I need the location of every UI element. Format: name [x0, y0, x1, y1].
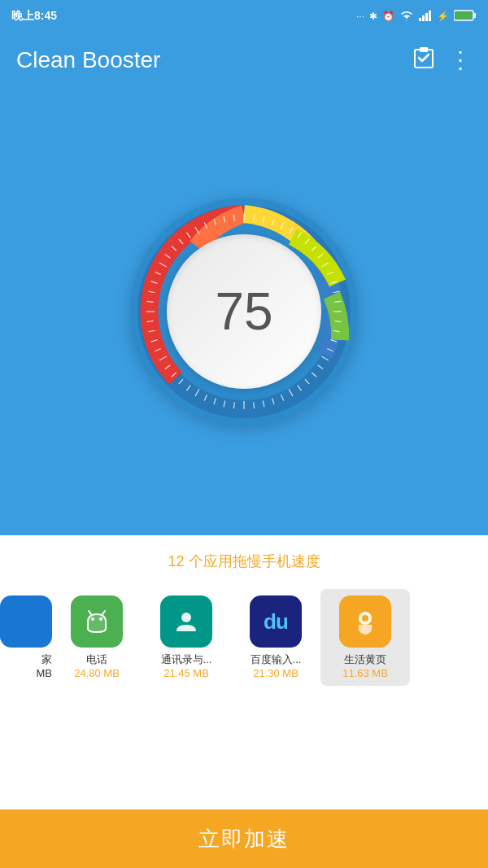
app-size: 24.80 MB: [74, 667, 120, 679]
svg-rect-3: [429, 11, 431, 21]
battery-icon: [454, 10, 477, 24]
svg-point-74: [181, 613, 191, 622]
svg-point-76: [362, 615, 368, 622]
battery-charging-icon: ⚡: [437, 11, 449, 22]
more-menu-icon[interactable]: ⋮: [449, 49, 472, 72]
app-name: 生活黄页: [344, 652, 386, 667]
svg-line-72: [89, 611, 91, 614]
app-header: Clean Booster ⋮: [0, 33, 488, 88]
svg-line-56: [147, 301, 154, 302]
status-time: 晚上8:45: [11, 9, 57, 24]
list-item[interactable]: 电话 24.80 MB: [52, 589, 142, 686]
signal-strength-icon: [419, 10, 432, 24]
bottom-section: 12 个应用拖慢手机速度 家 MB 电话 24.80 M: [0, 535, 488, 868]
gauge-value: 75: [215, 281, 272, 342]
status-icons: ··· ✱ ⏰ ⚡: [356, 10, 477, 24]
list-item[interactable]: 生活黄页 11.63 MB: [320, 589, 410, 686]
app-name: 百度输入...: [251, 652, 302, 667]
boost-button-label: 立即加速: [198, 825, 290, 853]
svg-line-54: [147, 321, 154, 322]
header-actions: ⋮: [413, 46, 472, 74]
svg-line-39: [254, 402, 255, 408]
status-bar: 晚上8:45 ··· ✱ ⏰ ⚡: [0, 0, 488, 33]
svg-line-11: [254, 215, 255, 221]
boost-button[interactable]: 立即加速: [0, 809, 488, 868]
app-name: 电话: [86, 652, 107, 667]
hero-section: 75: [0, 88, 488, 535]
app-title: Clean Booster: [16, 47, 160, 73]
app-size: 21.45 MB: [163, 667, 209, 679]
svg-line-73: [102, 611, 105, 614]
signal-dots-icon: ···: [356, 11, 364, 22]
svg-rect-5: [473, 13, 476, 18]
svg-line-24: [334, 301, 341, 302]
svg-rect-6: [455, 11, 473, 19]
svg-line-41: [233, 402, 234, 408]
app-icon: du: [250, 595, 302, 648]
app-size: 21.30 MB: [253, 667, 298, 679]
app-size: 11.63 MB: [342, 667, 388, 679]
warning-text: 12 个应用拖慢手机速度: [0, 535, 488, 582]
svg-rect-2: [425, 13, 428, 21]
app-name: 通讯录与...: [161, 652, 212, 667]
svg-rect-1: [422, 15, 425, 21]
list-item[interactable]: 通讯录与... 21.45 MB: [142, 589, 231, 686]
apps-row: 家 MB 电话 24.80 MB: [0, 582, 488, 809]
clipboard-icon[interactable]: [413, 46, 434, 74]
gauge-outer-ring: 75: [130, 198, 358, 425]
app-icon: [160, 595, 212, 648]
app-size: MB: [37, 667, 53, 679]
app-icon: [71, 595, 123, 648]
app-name: 家: [41, 652, 52, 667]
list-item[interactable]: du 百度输入... 21.30 MB: [231, 589, 320, 686]
wifi-icon: [399, 10, 414, 24]
app-icon: [339, 595, 391, 648]
bluetooth-icon: ✱: [369, 11, 377, 22]
svg-rect-0: [419, 18, 421, 21]
list-item[interactable]: 家 MB: [0, 589, 52, 686]
gauge-container[interactable]: 75: [130, 198, 358, 425]
svg-line-69: [233, 215, 234, 221]
svg-rect-8: [420, 47, 428, 52]
svg-line-26: [334, 321, 341, 322]
alarm-icon: ⏰: [382, 11, 394, 22]
gauge-inner-circle: 75: [167, 234, 321, 389]
